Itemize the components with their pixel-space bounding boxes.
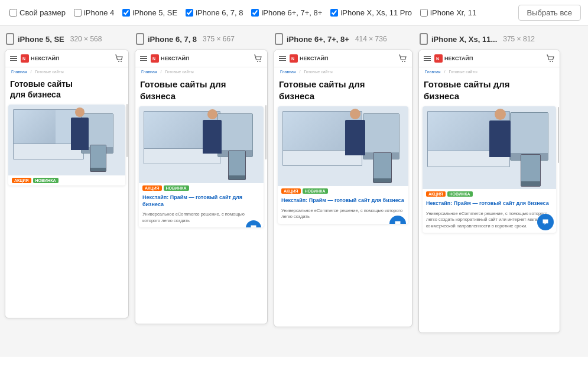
- ph-logo-text-4: НЕКСТАЙП: [444, 56, 473, 61]
- device-col-iphonex: iPhone X, Xs, 11... 375 × 812 N НЕКСТАЙП: [418, 33, 560, 350]
- breadcrumb-sep-1: /: [31, 70, 33, 74]
- filter-iphone5-checkbox[interactable]: [122, 9, 130, 17]
- ph-header-1: N НЕКСТАЙП: [5, 50, 128, 67]
- device-icon-iphonex: [420, 33, 428, 45]
- cart-icon-2[interactable]: [253, 54, 262, 63]
- badge-new-4: НОВИНКА: [447, 191, 473, 197]
- phone-content-iphone5se: N НЕКСТАЙП Главна: [5, 50, 128, 189]
- device-icon-iphone5se: [6, 33, 14, 45]
- device-size-iphone6plus: 414 × 736: [355, 35, 387, 43]
- cart-icon-1[interactable]: [114, 54, 124, 63]
- device-header-iphone6: iPhone 6, 7, 8 375 × 667: [135, 33, 235, 45]
- ph-breadcrumb-4: Главная / Готовые сайты: [419, 67, 560, 76]
- filter-iphonexr-checkbox[interactable]: [420, 9, 428, 17]
- svg-text:N: N: [436, 57, 439, 61]
- device-name-iphone5se: iPhone 5, SE: [18, 35, 64, 44]
- ph-scrollbar-1: [126, 104, 128, 158]
- filter-iphone5[interactable]: iPhone 5, SE: [120, 7, 180, 18]
- svg-point-7: [259, 61, 261, 62]
- hamburger-icon-2[interactable]: [140, 56, 147, 61]
- filter-iphonexr-label: iPhone Xr, 11: [430, 8, 476, 17]
- device-icon-iphone6plus: [275, 33, 283, 45]
- filter-bar: Свой размер iPhone 4 iPhone 5, SE iPhone…: [0, 0, 588, 26]
- ph-header-left-3: N НЕКСТАЙП: [279, 54, 329, 63]
- hamburger-icon-4[interactable]: [424, 56, 431, 61]
- device-col-iphone6: iPhone 6, 7, 8 375 × 667 N НЕКСТАЙП: [135, 33, 268, 350]
- filter-custom-checkbox[interactable]: [9, 9, 17, 17]
- ph-logo-4: N НЕКСТАЙП: [434, 54, 473, 63]
- filter-iphone6plus[interactable]: iPhone 6+, 7+, 8+: [249, 7, 324, 18]
- svg-point-10: [402, 61, 403, 62]
- filter-iphone5-label: iPhone 5, SE: [132, 8, 177, 17]
- ph-header-left-2: N НЕКСТАЙП: [140, 54, 190, 63]
- filter-iphonexr[interactable]: iPhone Xr, 11: [418, 7, 479, 18]
- hamburger-icon-1[interactable]: [10, 56, 17, 61]
- device-header-iphone5se: iPhone 5, SE 320 × 568: [5, 33, 102, 45]
- badge-action-3: АКЦИЯ: [281, 188, 301, 194]
- filter-custom[interactable]: Свой размер: [7, 7, 68, 18]
- ph-card-title-4: Некстайп: Прайм — готовый сайт для бизне…: [423, 199, 556, 210]
- ph-logo-text-1: НЕКСТАЙП: [31, 56, 60, 61]
- ph-card-img-2: [139, 106, 264, 183]
- ph-title-4: Готовые сайты длябизнеса: [419, 76, 560, 106]
- ph-logo-text-2: НЕКСТАЙП: [161, 56, 190, 61]
- ph-logo-text-3: НЕКСТАЙП: [300, 56, 329, 61]
- ph-breadcrumb-1: Главная / Готовые сайты: [5, 67, 128, 76]
- ph-card-img-3: [278, 106, 408, 186]
- filter-iphone4[interactable]: iPhone 4: [72, 7, 116, 18]
- ph-card-title-3: Некстайп: Прайм — готовый сайт для бизне…: [278, 196, 408, 207]
- filter-iphonex-checkbox[interactable]: [330, 9, 338, 17]
- ph-scrollbar-4: [558, 107, 559, 164]
- device-header-iphonex: iPhone X, Xs, 11... 375 × 812: [418, 33, 535, 45]
- phone-content-iphone6plus: N НЕКСТАЙП Главная /: [274, 50, 412, 227]
- ph-logo-1: N НЕКСТАЙП: [21, 54, 60, 63]
- svg-point-14: [550, 61, 551, 62]
- ph-breadcrumb-2: Главная / Готовые сайты: [135, 67, 267, 76]
- ph-scrollbar-2: [265, 105, 267, 160]
- chat-button-4[interactable]: [537, 214, 554, 230]
- ph-card-desc-2: Универсальное eCommerce решение, с помощ…: [139, 210, 264, 227]
- svg-point-2: [118, 61, 119, 62]
- ph-card-badges-3: АКЦИЯ НОВИНКА: [278, 186, 408, 196]
- ph-card-img-4: [423, 106, 556, 189]
- ph-logo-icon-2: N: [151, 54, 159, 63]
- phone-frame-iphonex: N НЕКСТАЙП Главная /: [418, 50, 560, 333]
- breadcrumb-home-1: Главная: [11, 70, 27, 74]
- svg-point-11: [404, 61, 405, 62]
- cart-icon-3[interactable]: [398, 54, 407, 63]
- filter-iphonex[interactable]: iPhone X, Xs, 11 Pro: [328, 7, 414, 18]
- svg-text:N: N: [291, 57, 294, 61]
- phone-content-iphonex: N НЕКСТАЙП Главная /: [419, 50, 560, 236]
- ph-logo-3: N НЕКСТАЙП: [290, 54, 329, 63]
- ph-logo-icon-1: N: [21, 54, 29, 63]
- ph-title-1: Готовые сайтыдля бизнеса: [5, 76, 128, 105]
- badge-new-2: НОВИНКА: [164, 185, 189, 191]
- phone-frame-iphone6plus: N НЕКСТАЙП Главная /: [274, 50, 412, 327]
- filter-iphone6plus-checkbox[interactable]: [251, 9, 259, 17]
- ph-card-title-2: Некстайп: Прайм — готовый сайт для бизне…: [139, 193, 264, 210]
- previews-area: iPhone 5, SE 320 × 568 N НЕКСТАЙП: [0, 26, 588, 357]
- badge-action-1: АКЦИЯ: [12, 178, 31, 183]
- cart-icon-4[interactable]: [545, 54, 555, 63]
- breadcrumb-sub-1: Готовые сайты: [35, 70, 64, 74]
- device-col-iphone5se: iPhone 5, SE 320 × 568 N НЕКСТАЙП: [5, 33, 129, 350]
- ph-card-desc-4: Универсальное eCommerce решение, с помощ…: [423, 210, 556, 233]
- badge-action-2: АКЦИЯ: [142, 185, 162, 191]
- ph-header-left-1: N НЕКСТАЙП: [10, 54, 60, 63]
- ph-card-1: АКЦИЯ НОВИНКА: [8, 105, 125, 185]
- svg-point-6: [257, 61, 258, 62]
- select-all-button[interactable]: Выбрать все: [518, 5, 581, 21]
- ph-card-img-1: [8, 105, 125, 175]
- filter-iphone4-label: iPhone 4: [84, 8, 114, 17]
- svg-point-15: [552, 61, 553, 62]
- device-header-iphone6plus: iPhone 6+, 7+, 8+ 414 × 736: [274, 33, 387, 45]
- filter-iphone6-checkbox[interactable]: [186, 9, 193, 17]
- device-size-iphone6: 375 × 667: [203, 35, 235, 43]
- filter-iphone4-checkbox[interactable]: [74, 9, 82, 17]
- filter-iphone6[interactable]: iPhone 6, 7, 8: [183, 7, 245, 18]
- filter-iphone6-label: iPhone 6, 7, 8: [196, 8, 243, 17]
- badge-new-3: НОВИНКА: [303, 188, 328, 194]
- svg-text:N: N: [152, 57, 155, 61]
- hamburger-icon-3[interactable]: [279, 56, 286, 61]
- device-col-iphone6plus: iPhone 6+, 7+, 8+ 414 × 736 N НЕКСТАЙП: [274, 33, 412, 350]
